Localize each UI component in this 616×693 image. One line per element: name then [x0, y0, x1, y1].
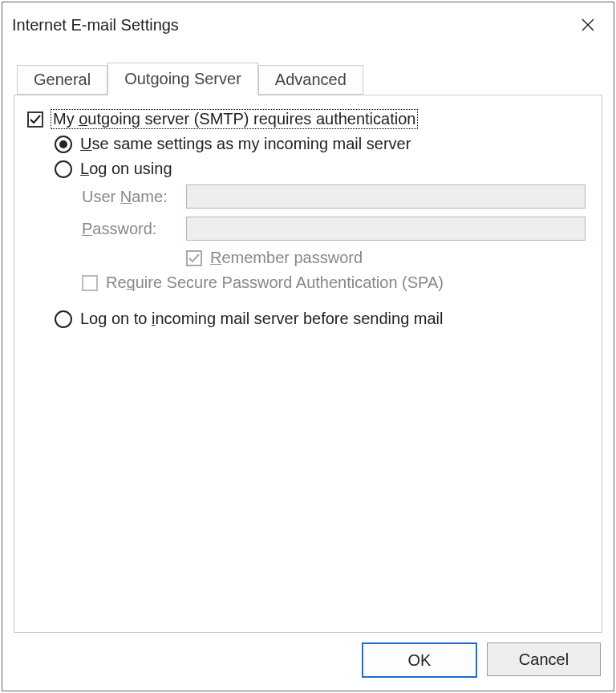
log-on-using-radio[interactable] [55, 160, 72, 178]
tab-label: Advanced [275, 71, 346, 88]
requires-auth-label: My outgoing server (SMTP) requires authe… [51, 110, 417, 128]
cancel-button[interactable]: Cancel [487, 642, 601, 676]
ok-button-label: OK [408, 651, 432, 670]
log-on-incoming-label: Log on to incoming mail server before se… [80, 310, 443, 328]
outgoing-server-panel: My outgoing server (SMTP) requires authe… [14, 95, 602, 633]
password-label: Password: [82, 220, 186, 238]
remember-password-label: Remember password [210, 249, 363, 267]
checkmark-icon [188, 252, 201, 265]
username-input[interactable] [186, 184, 586, 209]
log-on-using-row: Log on using [55, 160, 589, 178]
tab-strip: General Outgoing Server Advanced [2, 62, 614, 95]
close-button[interactable] [572, 10, 604, 39]
tab-label: Outgoing Server [124, 70, 241, 87]
spa-label: Require Secure Password Authentication (… [106, 274, 444, 292]
requires-auth-checkbox[interactable] [27, 111, 43, 128]
remember-password-checkbox[interactable] [186, 250, 202, 266]
dialog-title: Internet E-mail Settings [12, 16, 179, 34]
email-settings-dialog: Internet E-mail Settings General Outgoin… [2, 2, 614, 691]
radio-selected-icon [59, 140, 67, 148]
credentials-group: User Name: Password: [82, 184, 589, 267]
checkmark-icon [29, 113, 42, 126]
use-same-settings-radio[interactable] [55, 136, 72, 153]
requires-auth-row: My outgoing server (SMTP) requires authe… [27, 110, 589, 128]
tab-general[interactable]: General [17, 65, 107, 95]
log-on-incoming-radio[interactable] [55, 310, 72, 328]
dialog-button-row: OK Cancel [2, 642, 614, 691]
tab-label: General [34, 71, 91, 88]
cancel-button-label: Cancel [519, 650, 569, 669]
titlebar: Internet E-mail Settings [2, 2, 614, 47]
password-row: Password: [82, 217, 589, 241]
tab-outgoing-server[interactable]: Outgoing Server [107, 63, 258, 95]
close-icon [582, 18, 594, 31]
remember-password-row: Remember password [186, 249, 589, 267]
log-on-using-label: Log on using [80, 160, 172, 178]
username-label: User Name: [82, 188, 186, 206]
use-same-settings-label: Use same settings as my incoming mail se… [80, 135, 411, 153]
password-input[interactable] [186, 217, 586, 241]
username-row: User Name: [82, 184, 589, 209]
tab-advanced[interactable]: Advanced [258, 65, 363, 95]
log-on-incoming-row: Log on to incoming mail server before se… [55, 310, 589, 328]
spa-row: Require Secure Password Authentication (… [82, 274, 589, 292]
spa-checkbox[interactable] [82, 275, 98, 291]
use-same-settings-row: Use same settings as my incoming mail se… [55, 135, 589, 153]
ok-button[interactable]: OK [362, 642, 477, 678]
auth-options-group: Use same settings as my incoming mail se… [55, 135, 589, 328]
